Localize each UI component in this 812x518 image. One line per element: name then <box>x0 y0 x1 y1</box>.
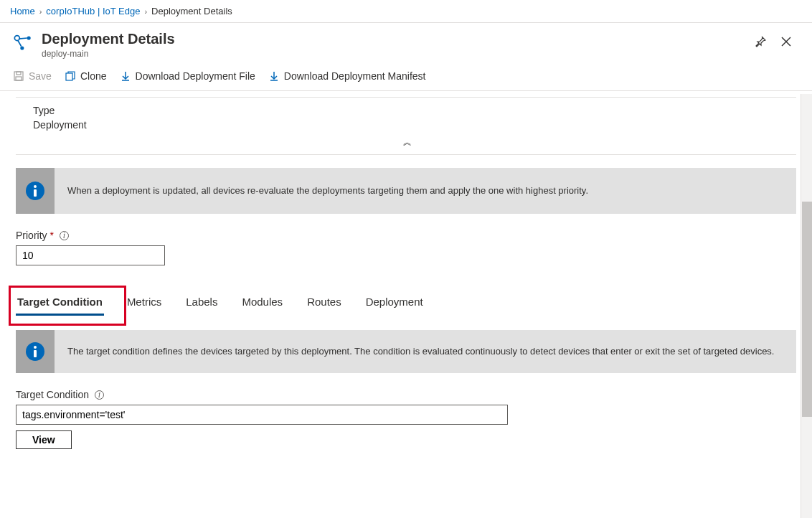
svg-rect-9 <box>16 77 22 80</box>
clone-button[interactable]: Clone <box>65 69 107 83</box>
breadcrumb: Home › corpIoTHub | IoT Edge › Deploymen… <box>0 0 812 23</box>
svg-point-1 <box>27 36 31 39</box>
pin-button[interactable] <box>752 33 769 53</box>
breadcrumb-hub[interactable]: corpIoTHub | IoT Edge <box>46 6 140 17</box>
required-mark: * <box>50 230 54 241</box>
close-icon <box>780 36 792 47</box>
pin-icon <box>755 36 766 47</box>
chevron-up-double-icon: ︽ <box>403 137 410 147</box>
download-file-button[interactable]: Download Deployment File <box>120 69 255 83</box>
info-priority-text: When a deployment is updated, all device… <box>55 176 796 205</box>
svg-line-4 <box>18 41 22 47</box>
svg-point-19 <box>34 346 37 349</box>
save-label: Save <box>29 70 52 82</box>
tab-modules[interactable]: Modules <box>240 293 284 316</box>
info-icon[interactable]: i <box>60 231 69 240</box>
clone-label: Clone <box>80 70 107 82</box>
tab-labels[interactable]: Labels <box>184 293 219 316</box>
clone-icon <box>65 70 76 82</box>
info-target-condition-text: The target condition defines the devices… <box>55 337 796 366</box>
download-icon <box>268 70 280 82</box>
partial-divider <box>16 91 796 98</box>
scrollbar-thumb[interactable] <box>802 202 812 417</box>
view-button[interactable]: View <box>16 430 72 449</box>
target-condition-input[interactable] <box>16 405 508 425</box>
target-condition-field: Target Condition i View <box>16 389 796 449</box>
chevron-right-icon: › <box>39 7 42 16</box>
tab-deployment[interactable]: Deployment <box>364 293 425 316</box>
tabs: Target Condition Metrics Labels Modules … <box>16 293 796 316</box>
collapse-toggle[interactable]: ︽ <box>16 133 796 155</box>
type-label: Type <box>33 105 796 116</box>
download-icon <box>120 70 131 82</box>
svg-point-16 <box>34 185 37 188</box>
save-button[interactable]: Save <box>13 69 52 83</box>
info-target-condition: The target condition defines the devices… <box>16 330 796 373</box>
page-title: Deployment Details <box>42 30 752 47</box>
type-row: Type Deployment <box>16 99 796 133</box>
close-button[interactable] <box>778 33 795 53</box>
svg-point-2 <box>20 46 24 50</box>
target-condition-label: Target Condition <box>16 389 89 400</box>
save-icon <box>13 70 24 82</box>
tab-metrics[interactable]: Metrics <box>126 293 163 316</box>
command-bar: Save Clone Download Deployment File Down… <box>0 63 812 91</box>
priority-input[interactable] <box>16 245 165 265</box>
svg-rect-10 <box>66 73 72 80</box>
priority-field: Priority * i <box>16 230 796 265</box>
svg-rect-8 <box>16 72 21 75</box>
svg-line-3 <box>19 38 27 39</box>
content-area: Type Deployment ︽ When a deployment is u… <box>0 91 812 514</box>
type-value: Deployment <box>33 119 796 131</box>
deployment-icon <box>13 33 33 53</box>
breadcrumb-current: Deployment Details <box>151 6 232 17</box>
svg-rect-17 <box>34 189 37 197</box>
download-file-label: Download Deployment File <box>136 70 255 82</box>
page-subtitle: deploy-main <box>42 49 752 59</box>
info-icon <box>25 181 45 201</box>
scrollbar[interactable] <box>801 94 812 518</box>
info-icon <box>25 342 45 362</box>
breadcrumb-home[interactable]: Home <box>10 6 35 17</box>
tab-routes[interactable]: Routes <box>306 293 343 316</box>
info-priority: When a deployment is updated, all device… <box>16 168 796 214</box>
info-icon[interactable]: i <box>95 390 104 400</box>
download-manifest-label: Download Deployment Manifest <box>284 70 426 82</box>
priority-label: Priority <box>16 230 47 241</box>
download-manifest-button[interactable]: Download Deployment Manifest <box>268 69 426 83</box>
tab-target-condition[interactable]: Target Condition <box>16 293 104 316</box>
svg-point-0 <box>14 36 19 41</box>
page-header: Deployment Details deploy-main <box>0 23 812 63</box>
chevron-right-icon: › <box>144 7 147 16</box>
svg-rect-20 <box>34 350 37 357</box>
